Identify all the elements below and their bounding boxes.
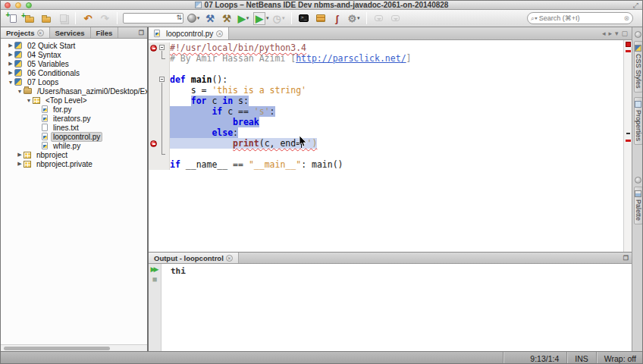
tree-item-label: nbproject xyxy=(34,151,70,159)
vcs-button[interactable]: ʃ xyxy=(331,11,344,25)
new-project-button[interactable] xyxy=(23,11,36,25)
deploy-button[interactable]: ▾ xyxy=(187,11,200,25)
close-panel-icon[interactable]: × xyxy=(37,30,44,36)
chat-bubble2-icon[interactable] xyxy=(389,11,403,25)
dropdown-arrow-icon[interactable]: ▾ xyxy=(357,15,360,21)
save-all-button[interactable] xyxy=(56,11,70,25)
tree-item-06-conditionals[interactable]: ▶06 Conditionals xyxy=(1,68,147,77)
gutter-cell[interactable] xyxy=(149,64,170,74)
dropdown-arrow-icon[interactable]: ▾ xyxy=(266,15,269,21)
close-tab-icon[interactable]: × xyxy=(216,30,223,37)
editor-tab-loopcontrol[interactable]: loopcontrol.py × xyxy=(149,27,229,39)
maximize-editor-icon[interactable]: ▢ xyxy=(621,30,628,37)
maximize-output-icon[interactable]: ❐ xyxy=(623,255,629,262)
tree-item-lines-txt[interactable]: lines.txt xyxy=(1,123,147,132)
fullscreen-icon[interactable]: ⤢ xyxy=(633,2,638,10)
sidebar-tab-palette[interactable]: Palette xyxy=(634,187,643,224)
sidebar-tab-label: Properties xyxy=(635,110,642,141)
gutter-cell[interactable] xyxy=(149,138,170,149)
error-badge-icon[interactable] xyxy=(150,45,157,52)
tree-item-nbproject[interactable]: ▶nbproject xyxy=(1,150,147,159)
code-editor[interactable]: #!/usr/local/bin/python3.4# By Amir Hass… xyxy=(149,40,632,252)
gutter-cell[interactable] xyxy=(149,53,170,64)
expander-icon[interactable]: ▼ xyxy=(7,80,14,85)
expander-icon[interactable]: ▶ xyxy=(7,52,14,58)
scroll-tabs-left-icon[interactable]: ◂ xyxy=(602,30,606,37)
projects-horizontal-scrollbar[interactable] xyxy=(1,344,147,351)
chat-bubble-icon[interactable] xyxy=(372,11,386,25)
gutter-cell[interactable] xyxy=(149,159,170,170)
tree-item-top-level[interactable]: ▼<Top Level> xyxy=(1,96,147,105)
error-mark[interactable] xyxy=(626,50,631,52)
clear-search-icon[interactable]: ⊗ xyxy=(623,14,629,22)
tree-item-for-py[interactable]: for.py xyxy=(1,105,147,114)
undo-button[interactable]: ↶ xyxy=(81,11,95,25)
quick-search[interactable]: ⌕▾ ⊗ xyxy=(527,12,633,24)
panel-tab-files[interactable]: Files xyxy=(91,27,119,38)
options-button[interactable]: ⚙▾ xyxy=(347,11,361,25)
sidebar-tab-css-styles[interactable]: CSS Styles xyxy=(634,41,643,93)
configuration-select[interactable] xyxy=(123,11,183,25)
expander-icon[interactable]: ▼ xyxy=(25,98,33,103)
tree-item-02-quick-start[interactable]: ▶02 Quick Start xyxy=(1,41,147,50)
close-output-icon[interactable]: × xyxy=(226,255,233,262)
error-stripe[interactable] xyxy=(623,40,632,252)
fold-collapse-icon[interactable] xyxy=(159,77,165,82)
code-area[interactable]: #!/usr/local/bin/python3.4# By Amir Hass… xyxy=(149,40,623,252)
build-project-button[interactable]: ⚒ xyxy=(203,11,217,25)
sidebar-group-button[interactable] xyxy=(635,31,641,38)
dropdown-arrow-icon[interactable]: ▾ xyxy=(197,15,200,21)
tree-item-05-variables[interactable]: ▶05 Variables xyxy=(1,59,147,68)
scroll-tabs-right-icon[interactable]: ▸ xyxy=(608,30,612,37)
clean-build-button[interactable]: ⚒ xyxy=(220,11,234,25)
gutter-cell[interactable] xyxy=(149,42,170,53)
expander-icon[interactable]: ▶ xyxy=(7,61,14,67)
gutter-cell[interactable] xyxy=(149,96,170,106)
rerun-button[interactable]: ▶▶ xyxy=(151,266,159,273)
dropdown-arrow-icon[interactable]: ▾ xyxy=(246,15,249,21)
output-tab[interactable]: Output - loopcontrol × xyxy=(149,253,239,263)
stop-button[interactable]: ■ xyxy=(152,276,158,283)
tree-item-07-loops[interactable]: ▼07 Loops xyxy=(1,77,147,86)
tree-item-iterators-py[interactable]: iterators.py xyxy=(1,114,147,123)
run-project-button[interactable]: ▶▾ xyxy=(237,11,250,25)
terminal-button[interactable] xyxy=(297,11,311,25)
expander-icon[interactable]: ▶ xyxy=(7,42,14,49)
tree-item-users-hasan-azimi0-desktop-exercis[interactable]: ▼/Users/hasan_azimi0/Desktop/Exercis xyxy=(1,86,147,96)
dropdown-arrow-icon[interactable]: ▾ xyxy=(282,15,285,21)
panel-tab-projects[interactable]: Projects× xyxy=(1,27,50,38)
error-status-icon[interactable] xyxy=(626,42,631,47)
sidebar-tab-properties[interactable]: Properties xyxy=(634,97,643,145)
expander-icon[interactable]: ▶ xyxy=(16,152,24,158)
tree-item-nbproject-private[interactable]: ▶nbproject.private xyxy=(1,159,147,168)
redo-button[interactable]: ↷ xyxy=(98,11,111,25)
fold-collapse-icon[interactable] xyxy=(159,45,165,50)
gutter-cell[interactable] xyxy=(149,74,170,85)
gutter-cell[interactable] xyxy=(149,85,170,96)
gutter-cell[interactable] xyxy=(149,117,170,127)
tree-item-while-py[interactable]: while.py xyxy=(1,141,147,150)
tree-item-04-syntax[interactable]: ▶04 Syntax xyxy=(1,50,147,59)
scrollbar-thumb[interactable] xyxy=(4,347,110,350)
project-tree[interactable]: ▶02 Quick Start▶04 Syntax▶05 Variables▶0… xyxy=(1,39,147,344)
expander-icon[interactable]: ▶ xyxy=(16,161,24,167)
debug-project-button[interactable]: ▶▾ xyxy=(253,11,269,25)
error-badge-icon[interactable] xyxy=(150,140,157,147)
minimize-panel-icon[interactable]: ❐ xyxy=(139,30,144,36)
expander-icon[interactable]: ▶ xyxy=(7,70,14,76)
search-input[interactable] xyxy=(539,14,624,22)
panel-tab-services[interactable]: Services xyxy=(50,27,91,38)
open-project-button[interactable] xyxy=(39,11,53,25)
new-file-button[interactable] xyxy=(6,11,20,25)
error-mark[interactable] xyxy=(626,140,631,142)
caret-mark[interactable] xyxy=(626,133,630,134)
tree-item-loopcontrol-py[interactable]: loopcontrol.py xyxy=(1,132,147,141)
sidebar-group-button[interactable] xyxy=(635,177,641,184)
gutter-cell[interactable] xyxy=(149,127,170,138)
gutter-cell[interactable] xyxy=(149,149,170,159)
expander-icon[interactable]: ▼ xyxy=(16,89,24,94)
gutter-cell[interactable] xyxy=(149,106,170,117)
tab-list-icon[interactable]: ▾ xyxy=(615,30,619,37)
javadoc-button[interactable] xyxy=(314,11,328,25)
profile-project-button[interactable]: ◷▾ xyxy=(272,11,286,25)
